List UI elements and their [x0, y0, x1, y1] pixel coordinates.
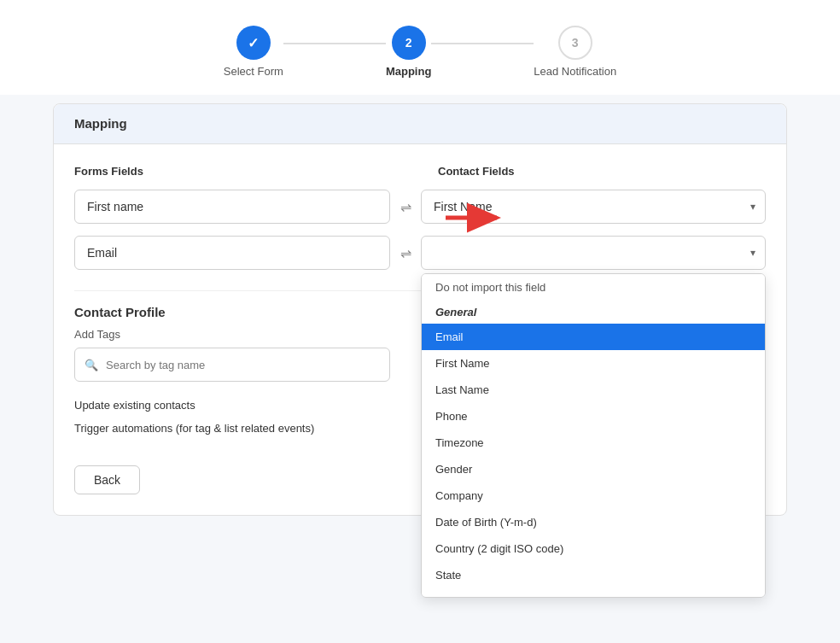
step-label-mapping: Mapping: [386, 65, 431, 78]
step-connector-1: [283, 43, 386, 44]
dropdown-item-dob[interactable]: Date of Birth (Y-m-d): [422, 509, 765, 535]
step-label-lead-notification: Lead Notification: [534, 65, 616, 78]
step-lead-notification: 3 Lead Notification: [534, 26, 616, 78]
checkmark-icon: ✓: [248, 35, 259, 51]
select-wrapper-email: ▾ Do not import this field General Email: [421, 236, 766, 270]
field-headers: Forms Fields Contact Fields: [74, 165, 766, 178]
dropdown-item-firstname[interactable]: First Name: [422, 350, 765, 377]
dropdown-item-lastname[interactable]: Last Name: [422, 377, 765, 403]
dropdown-group-general: General: [422, 301, 765, 324]
dropdown-item-phone[interactable]: Phone: [422, 403, 765, 430]
step-connector-2: [431, 43, 534, 44]
stepper: ✓ Select Form 2 Mapping 3 Lead Notificat…: [0, 0, 840, 95]
dropdown-item-timezone[interactable]: Timezone: [422, 430, 765, 456]
dropdown-item-gender[interactable]: Gender: [422, 456, 765, 482]
mapping-row-email: ⇌ ▾ Do not import this field General: [74, 236, 766, 270]
tag-search-input[interactable]: [74, 348, 390, 382]
form-field-email[interactable]: [74, 236, 390, 270]
mapping-title: Mapping: [74, 116, 127, 131]
search-icon: 🔍: [85, 359, 98, 371]
back-button[interactable]: Back: [74, 465, 140, 494]
dropdown-item-email[interactable]: Email: [422, 324, 765, 350]
form-field-firstname[interactable]: [74, 190, 390, 224]
swap-icon-firstname: ⇌: [390, 199, 421, 215]
step-number-mapping: 2: [405, 36, 412, 50]
step-label-select-form: Select Form: [224, 65, 283, 78]
step-mapping: 2 Mapping: [386, 26, 431, 78]
contact-field-dropdown[interactable]: Do not import this field General Email F…: [421, 273, 766, 598]
dropdown-item-no-import[interactable]: Do not import this field: [422, 274, 765, 301]
dropdown-item-country[interactable]: Country (2 digit ISO code): [422, 535, 765, 562]
dropdown-item-address1[interactable]: Address 1: [422, 588, 765, 598]
tag-search-wrapper: 🔍: [74, 348, 390, 382]
email-select-display[interactable]: [421, 236, 766, 270]
step-number-lead-notification: 3: [572, 36, 579, 50]
mapping-body: Forms Fields Contact Fields ⇌ First Name…: [54, 144, 786, 515]
step-circle-lead-notification: 3: [558, 26, 592, 60]
step-select-form: ✓ Select Form: [224, 26, 283, 78]
red-arrow-icon: [441, 196, 510, 239]
dropdown-item-company[interactable]: Company: [422, 482, 765, 509]
step-circle-select-form: ✓: [236, 26, 271, 60]
mapping-box: Mapping Forms Fields Contact Fields ⇌ Fi…: [53, 103, 787, 516]
mapping-header: Mapping: [54, 104, 786, 144]
forms-fields-header: Forms Fields: [74, 165, 390, 178]
contact-fields-header: Contact Fields: [438, 165, 766, 178]
swap-icon-email: ⇌: [390, 245, 421, 261]
mapping-row-firstname: ⇌ First Name ▾: [74, 190, 766, 224]
main-container: Mapping Forms Fields Contact Fields ⇌ Fi…: [53, 95, 787, 541]
dropdown-item-state[interactable]: State: [422, 562, 765, 588]
step-circle-mapping: 2: [392, 26, 426, 60]
